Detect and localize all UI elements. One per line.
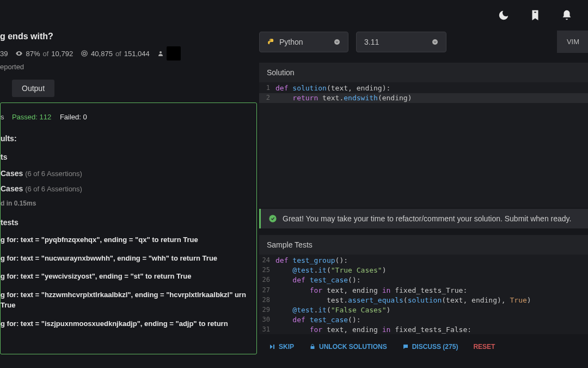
- lock-icon: [309, 343, 316, 350]
- code-line: return text.endswith(ending): [275, 93, 412, 103]
- random-tests-section: tests: [1, 218, 250, 227]
- svg-point-6: [269, 215, 276, 222]
- user-icon: [157, 50, 164, 57]
- discuss-button[interactable]: DISCUSS (275): [397, 340, 464, 354]
- code-line: def solution(text, ending):: [275, 83, 390, 93]
- eye-icon: [15, 50, 23, 57]
- code-line: for text, ending in fixed_tests_True:: [275, 286, 467, 295]
- tab-output[interactable]: Output: [12, 80, 54, 97]
- passed-status: Passed: 112: [12, 113, 51, 121]
- fixed-tests-section: ts: [1, 153, 250, 161]
- header: [0, 0, 588, 31]
- line-number: 2: [259, 93, 275, 103]
- line-number: 27: [259, 286, 275, 295]
- success-banner: Great! You may take your time to refacto…: [259, 209, 588, 228]
- false-cases: Cases (6 of 6 Assertions): [1, 184, 250, 193]
- unlock-button[interactable]: UNLOCK SOLUTIONS: [304, 340, 393, 354]
- test-result: g for: text = "hzzwmhcvrplxtlrkaalbkzl",…: [1, 289, 250, 311]
- code-line: def test_case():: [275, 275, 361, 285]
- vim-button[interactable]: VIM: [557, 31, 588, 53]
- svg-point-4: [334, 39, 340, 45]
- line-number: 26: [259, 275, 275, 285]
- sample-tests-editor[interactable]: 24def test_group(): 25 @test.it("True Ca…: [259, 255, 588, 334]
- failed-status: Failed: 0: [60, 113, 87, 121]
- check-circle-icon: [268, 214, 277, 223]
- tabbar: Output: [0, 80, 257, 97]
- svg-point-2: [83, 52, 86, 55]
- code-line: def test_case():: [275, 315, 361, 325]
- left-panel: g ends with? 39 87% of 10,792 40,875 of …: [0, 31, 257, 368]
- skip-icon: [269, 343, 275, 350]
- chevron-down-icon: [432, 39, 438, 45]
- svg-point-1: [82, 51, 88, 57]
- code-line: test.assert_equals(solution(text, ending…: [275, 295, 531, 305]
- lang-label: Python: [279, 38, 303, 46]
- results-heading: ults:: [1, 134, 250, 143]
- chevron-down-icon: [334, 39, 340, 45]
- line-number: 24: [259, 256, 275, 266]
- stat-count: 39: [0, 50, 8, 58]
- version-select[interactable]: 3.11: [356, 32, 446, 52]
- code-line: def test_group():: [275, 256, 348, 266]
- bookmark-icon[interactable]: [529, 9, 541, 21]
- output-panel: s Passed: 112 Failed: 0 ults: ts Cases (…: [0, 102, 257, 354]
- solution-editor[interactable]: 1def solution(text, ending): 2 return te…: [259, 82, 588, 208]
- line-number: 30: [259, 315, 275, 325]
- comment-icon: [402, 343, 409, 350]
- reset-button[interactable]: RESET: [468, 340, 500, 354]
- language-select[interactable]: Python: [259, 32, 348, 52]
- banner-text: Great! You may take your time to refacto…: [283, 214, 571, 223]
- code-line: @test.it("True Cases"): [275, 266, 387, 275]
- target-icon: [81, 50, 88, 57]
- action-bar: SKIP UNLOCK SOLUTIONS DISCUSS (275) RESE…: [259, 334, 588, 354]
- svg-rect-7: [311, 346, 315, 349]
- selectors: Python 3.11 VIM: [259, 31, 588, 53]
- completed-time: d in 0.15ms: [1, 200, 250, 207]
- svg-point-3: [160, 51, 162, 53]
- stats-row: 39 87% of 10,792 40,875 of 151,044: [0, 45, 257, 63]
- version-label: 3.11: [364, 38, 379, 46]
- true-cases: Cases (6 of 6 Assertions): [1, 169, 250, 178]
- test-result: g for: text = "iszjpuxnmoosxuedknjkadjp"…: [1, 318, 250, 329]
- line-number: 25: [259, 266, 275, 275]
- line-number: 31: [259, 325, 275, 334]
- svg-rect-0: [534, 12, 536, 13]
- line-number: 1: [259, 83, 275, 93]
- solution-panel-head: Solution: [259, 63, 588, 82]
- title-row: g ends with?: [0, 31, 257, 45]
- avatar: [167, 46, 181, 61]
- stat-completions: 40,875 of 151,044: [81, 50, 150, 58]
- kata-title: g ends with?: [0, 32, 257, 41]
- bell-icon[interactable]: [561, 9, 573, 21]
- test-result: g for: text = "yewcivsizyost", ending = …: [1, 271, 250, 282]
- python-icon: [267, 38, 275, 46]
- svg-point-5: [432, 39, 438, 45]
- line-number: 28: [259, 295, 275, 305]
- code-line: @test.it("False Cases"): [275, 305, 390, 315]
- author[interactable]: [157, 46, 181, 61]
- code-line: for text, ending in fixed_tests_False:: [275, 325, 471, 334]
- line-number: 29: [259, 305, 275, 315]
- right-panel: Python 3.11 VIM Solution 1def solution(t…: [257, 31, 588, 368]
- main: g ends with? 39 87% of 10,792 40,875 of …: [0, 31, 588, 368]
- moon-icon[interactable]: [498, 9, 510, 21]
- reported-label: eported: [0, 63, 257, 76]
- stat-satisfaction: 87% of 10,792: [15, 50, 73, 58]
- skip-button[interactable]: SKIP: [264, 340, 299, 354]
- status-line: s Passed: 112 Failed: 0: [1, 113, 250, 121]
- time-label: s: [1, 113, 4, 121]
- test-result: g for: text = "nucwuraynxbwwhh", ending …: [1, 253, 250, 264]
- sample-panel-head: Sample Tests: [259, 235, 588, 255]
- test-result: g for: text = "pyqbfnzqxehqx", ending = …: [1, 234, 250, 245]
